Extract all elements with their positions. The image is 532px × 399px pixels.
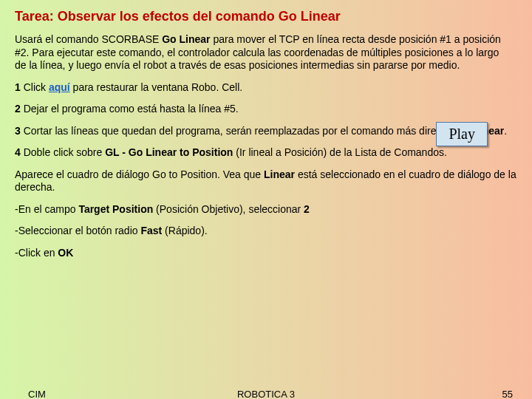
step-4: 4 Doble click sobre GL - Go Linear to Po…	[15, 146, 517, 160]
note-ok-bold: OK	[58, 247, 73, 259]
note-target-bold: Target Position	[78, 203, 153, 215]
note-ok: -Click en OK	[15, 247, 517, 260]
note-fast-pre: -Seleccionar el botón radio	[15, 225, 140, 236]
step-4-num: 4	[15, 146, 24, 158]
note-linear: Aparece el cuadro de diálogo Go to Posit…	[15, 168, 517, 194]
page-title: Tarea: Observar los efectos del comando …	[15, 9, 517, 24]
note-target-value: 2	[304, 203, 310, 215]
intro-bold: Go Linear	[162, 33, 210, 45]
step-1: 1 Click aquí para restaurar la ventana R…	[15, 81, 332, 95]
step-3-post: .	[504, 125, 507, 137]
step-2: 2 Dejar el programa como está hasta la l…	[15, 103, 332, 116]
restore-link[interactable]: aquí	[49, 81, 70, 93]
step-4-post: (Ir lineal a Posición) de la Lista de Co…	[233, 146, 446, 158]
note-target: -En el campo Target Position (Posición O…	[15, 203, 517, 216]
footer-center: ROBOTICA 3	[0, 389, 532, 399]
step-1-post: para restaurar la ventana Robo. Cell.	[70, 81, 242, 93]
step-4-bold: GL - Go Linear to Position	[105, 146, 233, 158]
step-3-pre: Cortar las líneas que quedan del program…	[24, 125, 456, 137]
note-fast-post: (Rápido).	[162, 225, 207, 236]
note-linear-pre: Aparece el cuadro de diálogo Go to Posit…	[15, 168, 264, 180]
intro-paragraph: Usará el comando SCORBASE Go Linear para…	[15, 33, 502, 72]
play-button[interactable]: Play	[436, 122, 488, 146]
step-1-num: 1	[15, 81, 24, 93]
note-target-pre: -En el campo	[15, 203, 78, 215]
note-fast-bold: Fast	[140, 225, 162, 236]
footer-page-number: 55	[502, 389, 513, 399]
step-4-pre: Doble click sobre	[24, 146, 106, 158]
step-3-num: 3	[15, 125, 24, 137]
note-linear-bold: Linear	[264, 168, 295, 180]
note-target-mid: (Posición Objetivo), seleccionar	[153, 203, 304, 215]
step-1-pre: Click	[24, 81, 49, 93]
step-2-text: Dejar el programa como está hasta la lín…	[24, 103, 239, 115]
intro-pre: Usará el comando SCORBASE	[15, 33, 162, 45]
step-2-num: 2	[15, 103, 24, 115]
note-ok-pre: -Click en	[15, 247, 58, 259]
note-fast: -Seleccionar el botón radio Fast (Rápido…	[15, 225, 517, 238]
